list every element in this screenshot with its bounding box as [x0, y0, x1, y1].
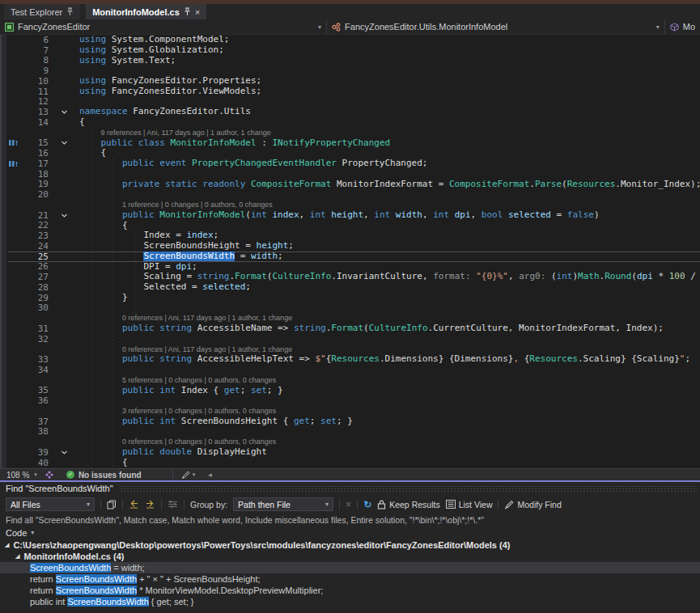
code-text[interactable]: public MonitorInfoModel(int index, int h… — [79, 210, 700, 221]
line-number[interactable]: 10 — [21, 76, 49, 87]
code-line[interactable]: 31 public string AccessibleName => strin… — [0, 323, 700, 334]
code-line[interactable]: 12 — [0, 97, 700, 108]
chevron-down-icon[interactable]: ▾ — [193, 471, 196, 478]
pin-icon[interactable] — [66, 7, 74, 16]
code-line[interactable]: 30 — [0, 303, 700, 314]
code-line[interactable]: 39 public double DisplayHeight — [0, 447, 700, 458]
code-line[interactable]: 28 Selected = selected; — [0, 282, 700, 293]
code-text[interactable]: public string AccessibleHelpText => $"{R… — [79, 354, 700, 365]
code-line[interactable]: 19 private static readonly CompositeForm… — [0, 180, 700, 190]
line-number[interactable]: 18 — [21, 169, 49, 180]
code-line[interactable]: 23 Index = index; — [0, 230, 700, 241]
code-text[interactable]: public double DisplayHeight — [79, 447, 700, 458]
line-number[interactable]: 29 — [21, 293, 49, 303]
next-location-icon[interactable] — [145, 500, 155, 509]
repeat-find-icon[interactable]: ↻ — [363, 499, 371, 510]
tab-monitorinfomodel[interactable]: MonitorInfoModel.cs × — [86, 4, 206, 19]
codelens-text[interactable]: 5 references | 0 changes | 0 authors, 0 … — [122, 376, 276, 384]
line-number[interactable]: 34 — [21, 365, 49, 375]
scope-dropdown[interactable]: All Files ▾ — [6, 497, 95, 511]
line-number[interactable]: 33 — [21, 354, 49, 365]
line-number[interactable]: 40 — [21, 458, 49, 468]
code-text[interactable]: 9 references | Ani, 117 days ago | 1 aut… — [79, 128, 700, 138]
line-number[interactable]: 9 — [21, 66, 49, 76]
code-text[interactable]: using FancyZonesEditor.Properties; — [79, 76, 700, 87]
line-number[interactable]: 27 — [21, 272, 49, 282]
code-line[interactable]: 40 { — [0, 458, 700, 468]
code-text[interactable]: 5 references | 0 changes | 0 authors, 0 … — [79, 375, 700, 386]
panel-drag-grip[interactable] — [120, 485, 698, 493]
code-text[interactable]: public int ScreenBoundsHeight { get; set… — [79, 416, 700, 427]
code-line[interactable]: 13namespace FancyZonesEditor.Utils — [0, 107, 700, 117]
code-text[interactable]: 3 references | 0 changes | 0 authors, 0 … — [79, 406, 700, 416]
list-view-button[interactable]: List View — [446, 500, 493, 509]
code-text[interactable]: Selected = selected; — [79, 282, 700, 293]
code-text[interactable]: } — [79, 293, 700, 303]
code-line[interactable]: 36 — [0, 395, 700, 406]
code-line[interactable]: 38 — [0, 427, 700, 438]
code-line[interactable]: 25 ScreenBoundsWidth = width; — [0, 252, 700, 262]
line-number[interactable]: 35 — [21, 385, 49, 395]
line-number[interactable]: 19 — [21, 179, 49, 189]
find-result-match[interactable]: return ScreenBoundsWidth * MonitorViewMo… — [0, 585, 700, 596]
code-line[interactable]: 20 — [0, 189, 700, 200]
code-text[interactable]: using System.ComponentModel; — [79, 35, 700, 45]
code-line[interactable]: 10using FancyZonesEditor.Properties; — [0, 76, 700, 87]
code-text[interactable]: public class MonitorInfoModel : INotifyP… — [79, 138, 700, 149]
codelens-text[interactable]: 9 references | Ani, 117 days ago | 1 aut… — [101, 129, 271, 137]
copy-results-icon[interactable] — [107, 500, 117, 509]
line-number[interactable]: 37 — [21, 416, 49, 427]
line-number[interactable]: 13 — [21, 107, 49, 117]
code-text[interactable]: public int Index { get; set; } — [79, 386, 700, 396]
chevron-down-icon[interactable]: ▾ — [34, 471, 37, 478]
code-line[interactable]: 33 public string AccessibleHelpText => $… — [0, 354, 700, 365]
health-status-text[interactable]: No issues found — [78, 471, 142, 480]
line-number[interactable]: 28 — [21, 282, 49, 293]
code-text[interactable]: DPI = dpi; — [79, 262, 700, 273]
code-text[interactable]: 1 reference | 0 changes | 0 authors, 0 c… — [79, 200, 700, 210]
code-line[interactable]: 11using FancyZonesEditor.ViewModels; — [0, 87, 700, 97]
code-text[interactable]: using System.Text; — [79, 56, 700, 66]
line-number[interactable]: 26 — [21, 261, 49, 272]
result-filter-dropdown[interactable]: Code ▾ — [0, 526, 700, 539]
code-text[interactable]: 0 references | Ani, 117 days ago | 1 aut… — [79, 345, 700, 355]
line-number[interactable]: 8 — [21, 55, 49, 66]
line-number[interactable]: 32 — [21, 334, 49, 345]
line-number[interactable]: 12 — [21, 96, 49, 107]
collapse-chevron-icon[interactable] — [49, 108, 79, 116]
line-number[interactable]: 31 — [21, 323, 49, 334]
find-result-file[interactable]: ◢MonitorInfoModel.cs (4) — [0, 551, 700, 562]
code-line[interactable]: 15 public class MonitorInfoModel : INoti… — [0, 138, 700, 149]
member-dropdown[interactable]: Mo — [665, 19, 700, 34]
code-line[interactable]: 17 public event PropertyChangedEventHand… — [0, 159, 700, 169]
line-number[interactable]: 16 — [21, 148, 49, 159]
code-line[interactable]: 29 } — [0, 293, 700, 303]
previous-location-icon[interactable] — [129, 500, 139, 509]
collapse-chevron-icon[interactable] — [49, 212, 79, 219]
line-number[interactable]: 15 — [21, 137, 49, 148]
line-number[interactable]: 38 — [21, 426, 49, 437]
modify-find-button[interactable]: Modify Find — [504, 500, 561, 509]
project-dropdown[interactable]: FancyZonesEditor ▾ — [0, 19, 327, 34]
code-line[interactable]: 35 public int Index { get; set; } — [0, 386, 700, 396]
code-line[interactable]: 27 Scaling = string.Format(CultureInfo.I… — [0, 272, 700, 282]
line-number[interactable]: 24 — [21, 241, 49, 252]
code-line[interactable]: 24 ScreenBoundsHeight = height; — [0, 241, 700, 252]
find-result-match[interactable]: ScreenBoundsWidth = width; — [0, 562, 700, 573]
find-result-match[interactable]: public int ScreenBoundsWidth { get; set;… — [0, 596, 700, 607]
code-line[interactable]: 8using System.Text; — [0, 56, 700, 66]
line-number[interactable]: 23 — [21, 230, 49, 241]
find-result-match[interactable]: return ScreenBoundsWidth + " × " + Scree… — [0, 573, 700, 585]
line-number[interactable]: 30 — [21, 302, 49, 313]
code-text[interactable]: public event PropertyChangedEventHandler… — [79, 159, 700, 169]
line-number[interactable]: 25 — [21, 252, 49, 262]
line-number[interactable]: 21 — [21, 210, 49, 221]
line-number[interactable]: 20 — [21, 189, 49, 200]
code-text[interactable]: ScreenBoundsWidth = width; — [79, 252, 700, 262]
line-number[interactable]: 11 — [21, 87, 49, 97]
code-line[interactable]: 7using System.Globalization; — [0, 45, 700, 56]
collapse-chevron-icon[interactable] — [49, 449, 79, 456]
codelens-text[interactable]: 0 references | 0 changes | 0 authors, 0 … — [122, 438, 276, 446]
sparkle-icon[interactable] — [45, 471, 53, 479]
expander-icon[interactable]: ◢ — [5, 542, 9, 548]
